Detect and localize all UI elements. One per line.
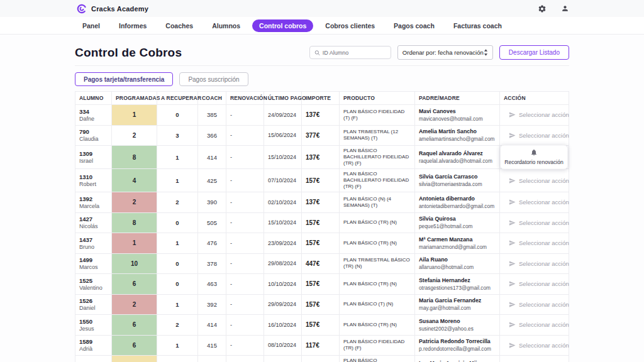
- nav-item-panel[interactable]: Panel: [75, 19, 107, 32]
- column-header: COACH: [198, 92, 226, 105]
- brand-logo-icon: [77, 4, 87, 14]
- alumno-cell: 1427 Nicolás: [75, 212, 112, 233]
- user-profile-icon[interactable]: [560, 4, 570, 13]
- reminder-label: Recordatorio renovación: [504, 159, 564, 165]
- head-controls: Ordenar por: fecha renovación Descargar …: [309, 45, 569, 60]
- action-select[interactable]: Seleccionar acción: [504, 342, 565, 349]
- alumno-name: Bruno: [79, 244, 108, 250]
- action-select[interactable]: Seleccionar acción: [504, 321, 565, 328]
- programadas-cell: 4: [112, 169, 157, 192]
- a-recuperar-cell: 1: [157, 294, 198, 315]
- table-row: 1589 Adrià 6 1 415 - 08/10/2024 117€ PLA…: [75, 335, 569, 356]
- renovacion-cell: -: [226, 274, 264, 295]
- a-recuperar-cell: 1: [157, 169, 198, 192]
- alumno-id: 1526: [79, 297, 108, 304]
- alumno-cell: 1525 Valentino: [75, 274, 112, 295]
- search-input[interactable]: [323, 50, 386, 56]
- action-select-label: Seleccionar acción: [519, 260, 569, 267]
- padre-email: mavicanoves@hotmail.com: [419, 116, 496, 122]
- tab-pagos-suscripción[interactable]: Pagos suscripción: [179, 72, 248, 86]
- alumno-name: Marcela: [79, 203, 108, 209]
- tab-pagos-tarjeta-transferencia[interactable]: Pagos tarjeta/transferencia: [75, 72, 173, 86]
- nav-item-control-cobros[interactable]: Control cobros: [252, 19, 313, 32]
- column-header: PROGRAMADAS: [112, 92, 157, 105]
- programadas-cell: 2: [112, 294, 157, 315]
- action-select[interactable]: Seleccionar acción: [504, 260, 565, 267]
- page-title: Control de Cobros: [75, 46, 182, 60]
- padre-email: raquelal.alvarado@hotmail.com: [419, 158, 496, 164]
- ultimo-pago-cell: 02/10/2024: [264, 192, 302, 213]
- sort-dropdown[interactable]: Ordenar por: fecha renovación: [397, 45, 493, 60]
- padre-name: Antonieta dibernardo: [419, 195, 496, 202]
- alumno-id: 1437: [79, 236, 108, 243]
- action-select[interactable]: Seleccionar acción: [504, 177, 565, 184]
- alumno-name: Marcos: [79, 264, 108, 270]
- action-select-label: Seleccionar acción: [519, 177, 569, 184]
- table-row: 1499 Marcos 10 0 378 - 29/08/2024 447€ P…: [75, 253, 569, 274]
- action-select[interactable]: Seleccionar acción: [504, 219, 565, 226]
- alumno-cell: 1309 Israel: [75, 146, 112, 169]
- alumno-id: 1499: [79, 256, 108, 263]
- settings-gear-icon[interactable]: [537, 4, 547, 13]
- accion-cell: Recordatorio renovación: [500, 146, 569, 169]
- importe-cell: 157€: [302, 212, 340, 233]
- action-select[interactable]: Seleccionar acción: [504, 111, 565, 118]
- padre-name: Amelia Martín Sancho: [419, 128, 496, 135]
- nav-item-informes[interactable]: Informes: [112, 19, 153, 32]
- padre-email: ameliamartinsancho@gmail.com: [419, 136, 496, 142]
- alumno-id: 334: [79, 108, 108, 115]
- nav-item-pagos-coach[interactable]: Pagos coach: [387, 19, 441, 32]
- action-select[interactable]: Seleccionar acción: [504, 280, 565, 287]
- coach-cell: 378: [198, 253, 226, 274]
- programadas-cell: 2: [112, 192, 157, 213]
- importe-cell: 157€: [302, 233, 340, 254]
- alumno-cell: 1499 Marcos: [75, 253, 112, 274]
- coach-cell: 392: [198, 294, 226, 315]
- alumno-name: Daniel: [79, 305, 108, 311]
- nav-item-cobros-clientes[interactable]: Cobros clientes: [318, 19, 382, 32]
- padre-name: Raquel alvarado Álvarez: [419, 150, 496, 157]
- nav-item-coaches[interactable]: Coaches: [158, 19, 200, 32]
- renovacion-cell: -: [226, 233, 264, 254]
- accion-cell: Seleccionar acción: [500, 356, 569, 362]
- a-recuperar-cell: 1: [157, 335, 198, 356]
- alumno-cell: 1310 Robert: [75, 169, 112, 192]
- importe-cell: 157€: [302, 315, 340, 336]
- sort-arrows-icon: [484, 49, 488, 56]
- table-row: 1309 Israel 8 1 414 - 15/10/2024 137€ PL…: [75, 146, 569, 169]
- nav-item-alumnos[interactable]: Alumnos: [205, 19, 247, 32]
- producto-cell: PLAN BÁSICO (TR) (N): [340, 212, 415, 233]
- a-recuperar-cell: 0: [157, 212, 198, 233]
- padre-email: allaruano@hotmail.com: [419, 264, 496, 270]
- a-recuperar-cell: 1: [157, 146, 198, 169]
- alumno-cell: 1550 Jesus: [75, 315, 112, 336]
- action-select[interactable]: Seleccionar acción: [504, 301, 565, 308]
- renovacion-cell: -: [226, 294, 264, 315]
- payment-tabs: Pagos tarjeta/transferencia Pagos suscri…: [75, 72, 569, 86]
- accion-cell: Seleccionar acción: [500, 315, 569, 336]
- send-icon: [509, 260, 516, 267]
- alumno-name: Claudia: [79, 136, 108, 142]
- producto-cell: PLAN BÁSICO (TR) (N): [340, 274, 415, 295]
- alumno-id: 1589: [79, 338, 108, 345]
- brand-name: Cracks Academy: [91, 5, 148, 13]
- accion-cell: Seleccionar acción: [500, 335, 569, 356]
- action-reminder-card[interactable]: Recordatorio renovación: [500, 145, 568, 170]
- producto-cell: PLAN BÁSICO FIDELIDAD (TR) (F): [340, 335, 415, 356]
- table-row: 1427 Nicolás 8 0 505 - 15/10/2024 157€ P…: [75, 212, 569, 233]
- programadas-cell: 1: [112, 233, 157, 254]
- ultimo-pago-cell: 15/10/2024: [264, 212, 302, 233]
- nav-item-facturas-coach[interactable]: Facturas coach: [447, 19, 509, 32]
- action-select[interactable]: Seleccionar acción: [504, 199, 565, 206]
- brand[interactable]: Cracks Academy: [77, 4, 148, 14]
- alumno-cell: 1392 Marcela: [75, 192, 112, 213]
- padre-email: silvia@torneriaestrada.com: [419, 181, 496, 187]
- download-list-button[interactable]: Descargar Listado: [499, 45, 569, 60]
- alumno-cell: 790 Claudia: [75, 125, 112, 146]
- action-select[interactable]: Seleccionar acción: [504, 239, 565, 246]
- padre-cell: Stefania Hernandez otrasgestiones173@gma…: [415, 274, 500, 295]
- action-select[interactable]: Seleccionar acción: [504, 132, 565, 139]
- action-select-label: Seleccionar acción: [519, 199, 569, 206]
- table-row: 1525 Valentino 6 0 463 - 10/10/2024 157€…: [75, 274, 569, 295]
- producto-cell: PLAN BÁSICO BACHILLERATO FIDELIDAD (TR) …: [340, 356, 415, 362]
